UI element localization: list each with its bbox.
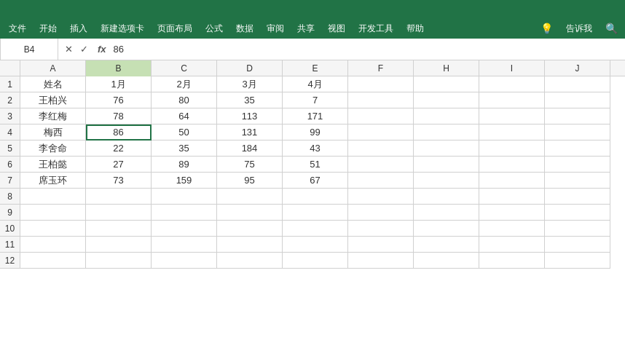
grid-cell[interactable] xyxy=(479,205,545,221)
grid-cell[interactable] xyxy=(283,237,348,253)
grid-cell[interactable] xyxy=(545,237,610,253)
grid-cell[interactable] xyxy=(20,221,86,237)
menu-formula[interactable]: 公式 xyxy=(200,20,229,37)
grid-cell[interactable] xyxy=(479,253,545,269)
grid-cell[interactable] xyxy=(545,157,610,173)
menu-start[interactable]: 开始 xyxy=(34,20,63,37)
grid-cell[interactable]: 159 xyxy=(152,173,217,189)
grid-cell[interactable] xyxy=(217,253,283,269)
grid-cell[interactable]: 89 xyxy=(152,157,217,173)
grid-cell[interactable] xyxy=(348,76,414,92)
grid-cell[interactable] xyxy=(414,253,479,269)
grid-cell[interactable]: 78 xyxy=(86,108,152,124)
grid-cell[interactable] xyxy=(414,221,479,237)
row-number[interactable]: 1 xyxy=(0,76,20,92)
grid-cell[interactable]: 李红梅 xyxy=(20,108,86,124)
grid-cell[interactable]: 席玉环 xyxy=(20,173,86,189)
grid-cell[interactable] xyxy=(348,124,414,141)
search-icon[interactable]: 🔍 xyxy=(601,21,622,36)
grid-cell[interactable]: 113 xyxy=(217,108,283,124)
grid-cell[interactable]: 131 xyxy=(217,124,283,141)
menu-file[interactable]: 文件 xyxy=(3,20,32,37)
grid-cell[interactable] xyxy=(86,237,152,253)
grid-cell[interactable] xyxy=(217,189,283,205)
grid-cell[interactable]: 67 xyxy=(283,173,348,189)
grid-cell[interactable] xyxy=(479,124,545,141)
grid-cell[interactable]: 76 xyxy=(86,92,152,108)
grid-cell[interactable] xyxy=(479,173,545,189)
grid-cell[interactable] xyxy=(545,253,610,269)
grid-cell[interactable]: 1月 xyxy=(86,76,152,92)
grid-cell[interactable]: 4月 xyxy=(283,76,348,92)
grid-cell[interactable]: 22 xyxy=(86,141,152,157)
grid-cell[interactable] xyxy=(414,76,479,92)
confirm-formula-icon[interactable]: ✓ xyxy=(78,43,90,55)
grid-cell[interactable] xyxy=(348,205,414,221)
grid-cell[interactable] xyxy=(86,205,152,221)
grid-cell[interactable] xyxy=(152,205,217,221)
menu-help[interactable]: 帮助 xyxy=(401,20,430,37)
grid-cell[interactable] xyxy=(545,141,610,157)
cancel-formula-icon[interactable]: ✕ xyxy=(63,43,75,55)
grid-cell[interactable] xyxy=(479,237,545,253)
grid-cell[interactable] xyxy=(414,173,479,189)
grid-cell[interactable] xyxy=(217,205,283,221)
grid-cell[interactable]: 80 xyxy=(152,92,217,108)
row-number[interactable]: 3 xyxy=(0,108,20,124)
grid-cell[interactable] xyxy=(348,189,414,205)
grid-cell[interactable] xyxy=(479,108,545,124)
menu-data[interactable]: 数据 xyxy=(230,20,259,37)
grid-cell[interactable]: 95 xyxy=(217,173,283,189)
grid-cell[interactable] xyxy=(348,92,414,108)
grid-cell[interactable] xyxy=(152,237,217,253)
col-header-I[interactable]: I xyxy=(479,60,545,76)
grid-cell[interactable] xyxy=(348,141,414,157)
grid-cell[interactable] xyxy=(545,76,610,92)
grid-cell[interactable]: 35 xyxy=(217,92,283,108)
grid-cell[interactable] xyxy=(414,237,479,253)
grid-cell[interactable]: 7 xyxy=(283,92,348,108)
grid-cell[interactable] xyxy=(283,253,348,269)
menu-view[interactable]: 视图 xyxy=(322,20,351,37)
menu-review[interactable]: 审阅 xyxy=(261,20,290,37)
row-number[interactable]: 8 xyxy=(0,189,20,205)
grid-cell[interactable]: 27 xyxy=(86,157,152,173)
grid-cell[interactable] xyxy=(479,189,545,205)
menu-pagelayout[interactable]: 页面布局 xyxy=(152,20,198,37)
grid-cell[interactable] xyxy=(414,108,479,124)
col-header-D[interactable]: D xyxy=(217,60,283,76)
grid-cell[interactable] xyxy=(152,221,217,237)
grid-cell[interactable] xyxy=(217,237,283,253)
grid-cell[interactable] xyxy=(152,253,217,269)
row-number[interactable]: 11 xyxy=(0,237,20,253)
col-header-C[interactable]: C xyxy=(152,60,217,76)
grid-cell[interactable]: 王柏兴 xyxy=(20,92,86,108)
lightbulb-icon[interactable]: 💡 xyxy=(536,21,557,36)
grid-cell[interactable] xyxy=(545,189,610,205)
grid-cell[interactable] xyxy=(414,189,479,205)
row-number[interactable]: 6 xyxy=(0,157,20,173)
grid-cell[interactable] xyxy=(479,141,545,157)
row-number[interactable]: 2 xyxy=(0,92,20,108)
grid-cell[interactable] xyxy=(414,124,479,141)
grid-cell[interactable] xyxy=(283,205,348,221)
grid-cell[interactable] xyxy=(414,205,479,221)
grid-cell[interactable] xyxy=(283,189,348,205)
row-number[interactable]: 4 xyxy=(0,124,20,141)
name-box[interactable]: B4 xyxy=(0,39,58,60)
row-number[interactable]: 9 xyxy=(0,205,20,221)
grid-cell[interactable] xyxy=(348,108,414,124)
grid-cell[interactable] xyxy=(86,253,152,269)
grid-cell[interactable] xyxy=(20,189,86,205)
grid-cell[interactable]: 43 xyxy=(283,141,348,157)
grid-cell[interactable] xyxy=(479,76,545,92)
grid-cell[interactable] xyxy=(86,189,152,205)
formula-input[interactable] xyxy=(109,44,625,55)
grid-cell[interactable]: 王柏懿 xyxy=(20,157,86,173)
grid-cell[interactable] xyxy=(86,221,152,237)
grid-cell[interactable] xyxy=(545,173,610,189)
grid-cell[interactable]: 姓名 xyxy=(20,76,86,92)
menu-newtab[interactable]: 新建选项卡 xyxy=(95,20,150,37)
grid-cell[interactable] xyxy=(217,221,283,237)
fx-icon[interactable]: fx xyxy=(95,44,109,55)
